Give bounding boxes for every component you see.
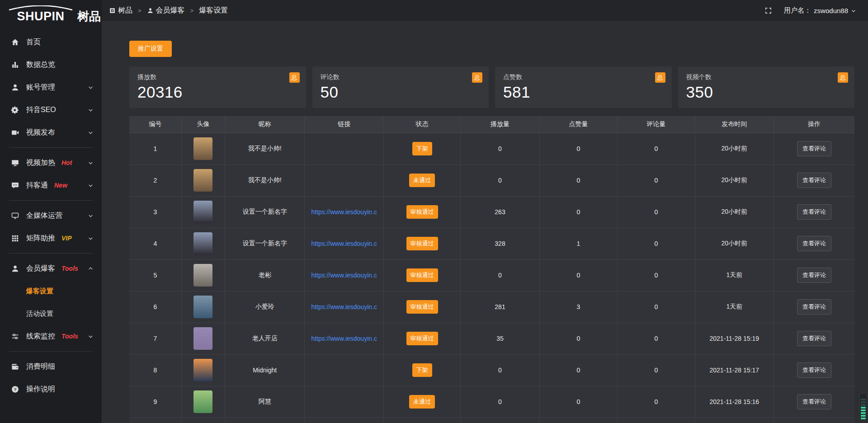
cell-nickname: 我不是小帅! bbox=[225, 164, 305, 196]
profile-link[interactable]: https://www.iesdouyin.c bbox=[305, 272, 383, 279]
cell-comments: 0 bbox=[618, 354, 695, 386]
table-row: 8 Midnight 下架 0 0 0 2021-11-28 15:17 查看评… bbox=[129, 354, 854, 386]
view-comments-button[interactable]: 查看评论 bbox=[797, 394, 831, 409]
cell-link: https://www.iesdouyin.c bbox=[305, 291, 383, 323]
cell-comments: 0 bbox=[618, 323, 695, 354]
user-icon bbox=[147, 7, 154, 14]
status-badge[interactable]: 下架 bbox=[412, 142, 432, 155]
view-comments-button[interactable]: 查看评论 bbox=[797, 141, 831, 156]
main-content: 推广设置 播放数20316总评论数50总点赞数581总视频个数350总 编号头像… bbox=[102, 22, 868, 423]
profile-link[interactable]: https://www.iesdouyin.c bbox=[305, 240, 383, 247]
breadcrumb-item-1[interactable]: 会员爆客 bbox=[147, 6, 185, 15]
breadcrumb-item-2[interactable]: 爆客设置 bbox=[199, 6, 228, 15]
status-badge[interactable]: 审核通过 bbox=[406, 332, 438, 345]
status-badge[interactable]: 审核通过 bbox=[406, 268, 438, 282]
cell-id: 1 bbox=[129, 133, 181, 164]
status-badge[interactable]: 审核通过 bbox=[406, 237, 438, 250]
cell-id bbox=[129, 418, 181, 423]
view-comments-button[interactable]: 查看评论 bbox=[797, 299, 831, 315]
profile-link[interactable]: https://www.iesdouyin.c bbox=[305, 303, 383, 310]
sidebar-item-douyin-seo[interactable]: 抖音SEO bbox=[0, 99, 102, 121]
sidebar-item-help[interactable]: ? 操作说明 bbox=[0, 378, 102, 400]
cell-action: 查看评论 bbox=[774, 323, 854, 354]
meter-bar bbox=[861, 409, 866, 411]
breadcrumb-label: 树品 bbox=[118, 6, 132, 15]
status-badge[interactable]: 审核通过 bbox=[406, 300, 438, 314]
fullscreen-icon[interactable] bbox=[764, 7, 772, 14]
breadcrumb-item-0[interactable]: 树品 bbox=[109, 6, 132, 15]
cell-nickname bbox=[225, 418, 305, 423]
sidebar-item-matrix-boost[interactable]: 矩阵助推 VIP bbox=[0, 227, 102, 249]
sidebar-item-media-ops[interactable]: 全媒体运营 bbox=[0, 204, 102, 227]
status-badge[interactable]: 审核通过 bbox=[406, 205, 438, 219]
chevron-down-icon bbox=[88, 213, 94, 219]
sidebar-item-label: 数据总览 bbox=[26, 60, 55, 70]
avatar bbox=[193, 327, 212, 350]
total-badge[interactable]: 总 bbox=[289, 72, 300, 83]
cell-likes bbox=[539, 418, 617, 423]
stat-label: 点赞数 bbox=[503, 73, 664, 81]
view-comments-button[interactable]: 查看评论 bbox=[797, 204, 831, 220]
column-header-4: 状态 bbox=[383, 116, 460, 133]
sidebar-item-home[interactable]: 首页 bbox=[0, 31, 102, 53]
chevron-down-icon bbox=[88, 130, 94, 136]
header-right: 用户名：zswodun88 bbox=[764, 6, 868, 15]
cell-comments: 0 bbox=[618, 164, 695, 196]
meter-bar bbox=[861, 399, 866, 400]
sidebar-item-douketong[interactable]: 抖客通 New bbox=[0, 174, 102, 197]
meter-bar bbox=[861, 401, 866, 403]
total-badge[interactable]: 总 bbox=[838, 72, 848, 83]
sidebar-item-data-overview[interactable]: 数据总览 bbox=[0, 53, 102, 76]
view-comments-button[interactable]: 查看评论 bbox=[797, 236, 831, 251]
avatar bbox=[193, 137, 212, 160]
cell-plays: 328 bbox=[461, 228, 539, 259]
meter-bar bbox=[861, 418, 866, 419]
promo-settings-button[interactable]: 推广设置 bbox=[129, 41, 172, 57]
cell-time: 20小时前 bbox=[695, 228, 774, 259]
cell-plays: 0 bbox=[461, 354, 539, 386]
cell-status: 下架 bbox=[383, 354, 460, 386]
cell-status: 审核通过 bbox=[383, 259, 460, 291]
column-header-0: 编号 bbox=[129, 116, 181, 133]
view-comments-button[interactable]: 查看评论 bbox=[797, 331, 831, 346]
sidebar-item-account[interactable]: 账号管理 bbox=[0, 76, 102, 99]
column-header-8: 发布时间 bbox=[695, 116, 774, 133]
sidebar-subitem-activity-settings[interactable]: 活动设置 bbox=[0, 302, 102, 325]
sidebar-item-video-publish[interactable]: 视频发布 bbox=[0, 121, 102, 144]
status-badge[interactable]: 下架 bbox=[412, 363, 432, 377]
status-badge[interactable]: 未通过 bbox=[409, 395, 435, 409]
cell-plays: 263 bbox=[461, 196, 539, 228]
total-badge[interactable]: 总 bbox=[472, 72, 482, 83]
profile-link[interactable]: https://www.iesdouyin.c bbox=[305, 208, 383, 216]
chat-icon bbox=[11, 181, 19, 190]
status-badge[interactable]: 未通过 bbox=[409, 174, 435, 187]
sidebar-item-expense-detail[interactable]: 消费明细 bbox=[0, 355, 102, 378]
meter-bar bbox=[861, 407, 866, 409]
sidebar-item-clue-monitor[interactable]: 线索监控 Tools bbox=[0, 325, 102, 348]
cell-likes: 0 bbox=[539, 323, 617, 354]
cell-comments: 0 bbox=[618, 291, 695, 323]
cell-action: 查看评论 bbox=[774, 164, 854, 196]
user-menu[interactable]: 用户名：zswodun88 bbox=[784, 6, 856, 15]
chevron-down-icon bbox=[88, 235, 94, 241]
total-badge[interactable]: 总 bbox=[655, 72, 665, 83]
column-header-5: 播放量 bbox=[461, 116, 539, 133]
cell-nickname: 老人开店 bbox=[225, 323, 305, 354]
home-icon bbox=[11, 38, 19, 47]
sidebar-nav: 首页 数据总览 账号管理 抖音SEO 视频发布 视频加热 Hot 抖客通 New bbox=[0, 31, 102, 400]
top-header: 树品>会员爆客>爆客设置 用户名：zswodun88 bbox=[102, 0, 868, 22]
profile-link[interactable]: https://www.iesdouyin.c bbox=[305, 335, 383, 342]
view-comments-button[interactable]: 查看评论 bbox=[797, 268, 831, 283]
cell-plays: 0 bbox=[461, 386, 539, 418]
cell-comments: 0 bbox=[618, 228, 695, 259]
cell-link bbox=[305, 133, 383, 164]
sidebar-item-video-heat[interactable]: 视频加热 Hot bbox=[0, 151, 102, 174]
cell-link bbox=[305, 354, 383, 386]
cell-avatar bbox=[181, 291, 225, 323]
cell-link bbox=[305, 386, 383, 418]
sidebar-item-member-baoke[interactable]: 会员爆客 Tools bbox=[0, 257, 102, 280]
view-comments-button[interactable]: 查看评论 bbox=[797, 362, 831, 378]
column-header-6: 点赞量 bbox=[539, 116, 617, 133]
sidebar-subitem-baoke-settings[interactable]: 爆客设置 bbox=[0, 280, 102, 302]
view-comments-button[interactable]: 查看评论 bbox=[797, 173, 831, 188]
